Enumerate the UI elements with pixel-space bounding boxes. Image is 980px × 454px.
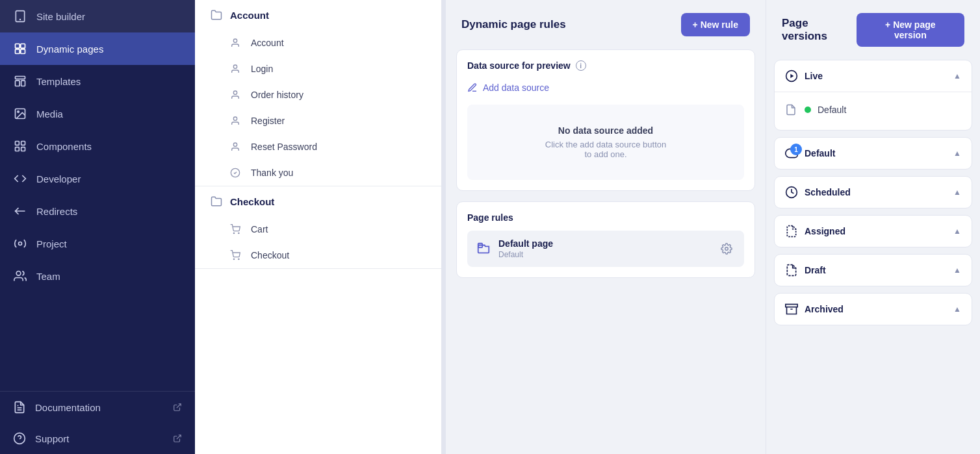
list-item-reset-password[interactable]: Reset Password [195,134,441,160]
svg-rect-12 [21,142,25,145]
list-item-cart[interactable]: Cart [195,216,441,242]
section-label: Draft [805,265,826,275]
sidebar-item-components[interactable]: Components [0,130,195,162]
section-label: Live [805,71,823,81]
new-page-version-button[interactable]: + New page version [857,13,964,47]
sidebar-item-media[interactable]: Media [0,97,195,130]
user-icon [229,90,242,100]
sidebar-item-project[interactable]: Project [0,227,195,260]
list-item-thank-you[interactable]: Thank you [195,160,441,186]
version-item-label: Default [818,105,846,115]
version-section-draft-header[interactable]: Draft ▲ [775,255,972,286]
sidebar-item-templates[interactable]: Templates [0,65,195,97]
sidebar-item-label: Project [36,238,67,249]
page-rule-item[interactable]: Default page Default [467,231,744,267]
doc-dashed2-icon [785,264,798,277]
section-label: Checkout [230,196,274,207]
version-item-default-live[interactable]: Default [785,99,961,121]
list-item-register[interactable]: Register [195,108,441,134]
svg-rect-14 [21,147,25,151]
chevron-up-icon: ▲ [953,188,961,197]
svg-rect-6 [16,77,25,79]
chevron-up-icon: ▲ [953,149,961,158]
pages-icon [13,42,27,56]
sidebar-item-documentation[interactable]: Documentation [0,392,195,423]
svg-point-31 [233,259,234,259]
item-label: Register [251,116,285,126]
version-section-live-header[interactable]: Live ▲ [775,60,972,92]
section-label: Scheduled [805,187,851,197]
versions-panel-title: Page versions [782,17,857,43]
version-section-scheduled-header[interactable]: Scheduled ▲ [775,177,972,208]
svg-rect-2 [16,44,20,49]
section-label: Archived [805,304,844,314]
play-circle-icon [785,69,798,82]
item-label: Reset Password [251,142,317,152]
version-section-assigned-header[interactable]: Assigned ▲ [775,216,972,247]
chevron-up-icon: ▲ [953,305,961,314]
components-icon [13,139,27,153]
new-rule-button[interactable]: + New rule [681,13,750,36]
svg-point-16 [16,271,21,276]
rule-sub: Default [498,250,710,259]
svg-point-24 [233,65,237,68]
svg-rect-4 [16,49,20,54]
versions-panel-header: Page versions + New page version [766,0,980,60]
list-item-order-history[interactable]: Order history [195,82,441,108]
sidebar-item-developer[interactable]: Developer [0,162,195,195]
templates-icon [13,74,27,88]
sidebar-item-dynamic-pages[interactable]: Dynamic pages [0,32,195,65]
item-label: Cart [251,224,268,234]
svg-point-23 [233,39,237,42]
list-item-login[interactable]: Login [195,56,441,82]
gear-button[interactable] [718,240,735,257]
version-section-archived-header[interactable]: Archived ▲ [775,294,972,325]
chevron-up-icon: ▲ [953,71,961,81]
cloud-icon: 1 [785,147,798,160]
sidebar-item-label: Templates [36,76,81,87]
sidebar-item-site-builder[interactable]: Site builder [0,0,195,32]
user-icon [229,38,242,48]
main-content: Dynamic page rules + New rule Data sourc… [446,0,980,454]
folder-icon [211,9,222,21]
project-icon [13,236,27,251]
sidebar-item-label: Team [36,271,60,282]
data-source-card: Data source for preview i Add data sourc… [456,49,755,191]
svg-rect-13 [16,147,19,151]
svg-point-29 [233,233,234,233]
sidebar-item-label: Support [35,433,70,444]
svg-point-25 [233,91,237,94]
svg-line-22 [177,435,181,439]
sidebar-item-label: Dynamic pages [36,44,103,55]
svg-point-27 [233,143,237,146]
sidebar-item-team[interactable]: Team [0,260,195,292]
rules-panel-title: Dynamic page rules [461,18,566,31]
tablet-icon [13,9,27,23]
checkout-section-header[interactable]: Checkout [195,186,441,216]
version-section-assigned: Assigned ▲ [774,215,972,247]
svg-point-10 [18,111,19,113]
svg-rect-7 [16,81,20,86]
version-section-archived: Archived ▲ [774,293,972,325]
svg-marker-36 [790,74,793,79]
sidebar-item-label: Components [36,141,92,152]
redirects-icon [13,204,27,218]
external-link-icon [173,403,182,412]
add-data-source-button[interactable]: Add data source [467,79,744,97]
cart-icon [229,250,242,260]
svg-point-26 [233,117,237,120]
list-item-account[interactable]: Account [195,30,441,56]
sidebar-item-support[interactable]: Support [0,423,195,454]
svg-rect-3 [21,44,25,49]
list-item-checkout[interactable]: Checkout [195,242,441,268]
svg-point-30 [239,233,239,233]
folder-icon [211,195,222,207]
version-section-default-header[interactable]: 1 Default ▲ [775,138,972,169]
svg-line-19 [177,404,181,408]
info-icon[interactable]: i [576,60,586,71]
account-section-header[interactable]: Account [195,0,441,30]
sidebar-item-redirects[interactable]: Redirects [0,195,195,227]
svg-rect-11 [16,142,19,145]
sidebar-bottom: Documentation Support [0,391,195,454]
section-label: Default [805,148,835,158]
